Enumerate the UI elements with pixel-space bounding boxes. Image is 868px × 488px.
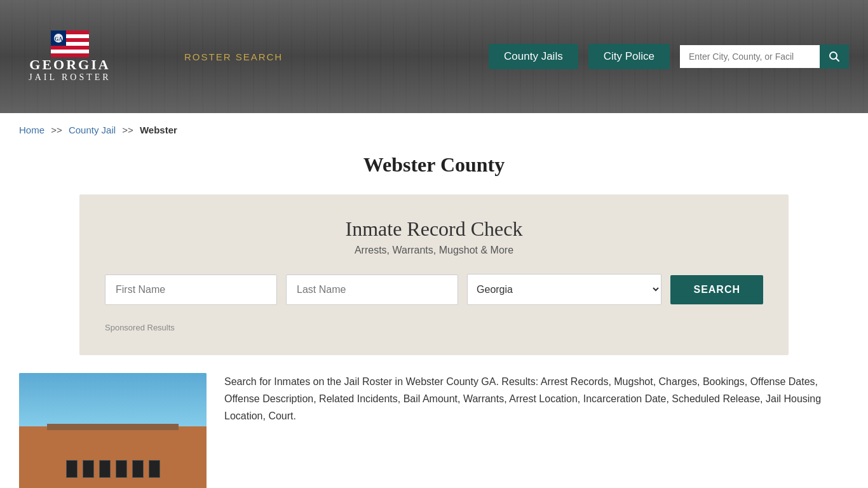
- jail-image: [19, 373, 207, 488]
- breadcrumb-county-jail-link[interactable]: County Jail: [69, 125, 116, 135]
- breadcrumb: Home >> County Jail >> Webster: [0, 113, 868, 147]
- jail-image-roof: [47, 424, 179, 430]
- jail-image-building: [19, 426, 207, 488]
- last-name-input[interactable]: [286, 274, 458, 305]
- jail-window: [66, 460, 78, 478]
- jail-window: [149, 460, 160, 478]
- page-title: Webster County: [0, 153, 868, 177]
- header-right-controls: County Jails City Police: [489, 44, 849, 69]
- county-jails-button[interactable]: County Jails: [489, 44, 578, 69]
- state-select[interactable]: AlabamaAlaskaArizonaArkansasCaliforniaCo…: [467, 274, 661, 305]
- city-police-button[interactable]: City Police: [588, 44, 670, 69]
- georgia-flag-icon: GA: [51, 30, 89, 57]
- logo-jail-text: JAIL ROSTER: [29, 72, 111, 83]
- svg-rect-3: [51, 46, 89, 50]
- breadcrumb-sep2: >>: [122, 125, 133, 135]
- svg-text:GA: GA: [55, 36, 62, 42]
- header-search-button[interactable]: [820, 44, 849, 69]
- jail-window: [132, 460, 144, 478]
- breadcrumb-sep1: >>: [51, 125, 62, 135]
- bottom-description-text: Search for Inmates on the Jail Roster in…: [224, 373, 849, 425]
- sponsored-results-label: Sponsored Results: [105, 319, 763, 332]
- site-header: GA GEORGIA JAIL ROSTER ROSTER SEARCH Cou…: [0, 0, 868, 113]
- inmate-record-check-box: Inmate Record Check Arrests, Warrants, M…: [79, 194, 789, 355]
- search-icon: [829, 51, 840, 62]
- jail-window: [83, 460, 94, 478]
- bottom-section: Search for Inmates on the Jail Roster in…: [0, 355, 868, 488]
- page-title-wrap: Webster County: [0, 147, 868, 194]
- jail-window: [99, 460, 111, 478]
- header-search-bar: [680, 44, 849, 69]
- roster-search-nav[interactable]: ROSTER SEARCH: [184, 51, 283, 62]
- site-logo[interactable]: GA GEORGIA JAIL ROSTER: [19, 30, 121, 83]
- inmate-search-button[interactable]: SEARCH: [670, 275, 763, 304]
- logo-georgia-text: GEORGIA: [29, 57, 110, 72]
- inmate-check-subtitle: Arrests, Warrants, Mugshot & More: [105, 245, 763, 256]
- svg-line-9: [836, 58, 839, 62]
- breadcrumb-home-link[interactable]: Home: [19, 125, 44, 135]
- jail-image-windows: [38, 460, 188, 478]
- header-search-input[interactable]: [680, 45, 820, 68]
- jail-window: [116, 460, 127, 478]
- inmate-check-title: Inmate Record Check: [105, 217, 763, 241]
- inmate-search-row: AlabamaAlaskaArizonaArkansasCaliforniaCo…: [105, 274, 763, 305]
- breadcrumb-current: Webster: [140, 125, 177, 135]
- first-name-input[interactable]: [105, 274, 277, 305]
- jail-image-sky: [19, 373, 207, 430]
